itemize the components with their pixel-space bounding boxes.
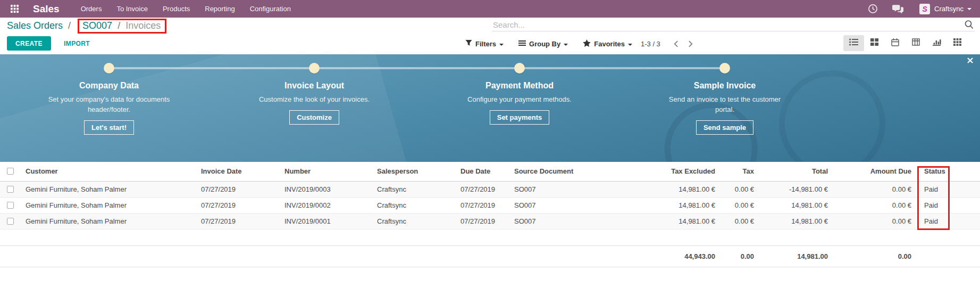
pivot-view-button[interactable]	[906, 35, 926, 51]
cell-customer[interactable]: Gemini Furniture, Soham Palmer	[21, 197, 197, 213]
cell-tax[interactable]: 0.00 €	[719, 197, 758, 213]
step-dot	[719, 63, 730, 73]
cell-tax-excluded[interactable]: 14,981.00 €	[650, 213, 719, 229]
cell-status[interactable]: Paid	[916, 213, 980, 229]
cell-total[interactable]: -14,981.00 €	[758, 181, 832, 197]
column-header-source-document[interactable]: Source Document	[510, 162, 650, 181]
navbar-menu-item-to-invoice[interactable]: To Invoice	[109, 0, 155, 18]
column-header-amount-due[interactable]: Amount Due	[832, 162, 916, 181]
cell-customer[interactable]: Gemini Furniture, Soham Palmer	[21, 181, 197, 197]
column-header-salesperson[interactable]: Salesperson	[373, 162, 456, 181]
filters-label: Filters	[475, 40, 496, 48]
pager-next-button[interactable]	[683, 39, 698, 48]
step-title: Invoice Layout	[212, 81, 417, 91]
cell-total[interactable]: 14,981.00 €	[758, 197, 832, 213]
favorites-dropdown[interactable]: Favorites	[583, 39, 632, 48]
control-panel-top: Sales Orders / SO007 / Invoices	[0, 18, 980, 35]
cell-invoice-date[interactable]: 07/27/2019	[197, 197, 280, 213]
row-checkbox[interactable]	[7, 218, 14, 225]
navbar-menu-item-reporting[interactable]: Reporting	[197, 0, 242, 18]
customize-button[interactable]: Customize	[289, 110, 339, 125]
column-header-invoice-date[interactable]: Invoice Date	[197, 162, 280, 181]
control-panel-bottom: CREATE IMPORT Filters Group By Favorites…	[0, 35, 980, 53]
cell-salesperson[interactable]: Craftsync	[373, 197, 456, 213]
cell-status[interactable]: Paid	[916, 181, 980, 197]
column-header-total[interactable]: Total	[758, 162, 832, 181]
navbar-menu-item-products[interactable]: Products	[155, 0, 197, 18]
onboarding-banner: Company DataSet your company's data for …	[0, 54, 980, 162]
magnifier-icon[interactable]	[964, 20, 974, 31]
graph-view-button[interactable]	[926, 35, 947, 51]
row-checkbox[interactable]	[7, 186, 14, 193]
user-menu[interactable]: Craftsync	[934, 5, 964, 13]
cell-tax[interactable]: 0.00 €	[719, 181, 758, 197]
cell-source-document[interactable]: SO007	[510, 197, 650, 213]
cell-due-date[interactable]: 07/27/2019	[456, 213, 510, 229]
funnel-icon	[465, 39, 472, 48]
breadcrumb-sales-orders[interactable]: Sales Orders	[7, 20, 63, 31]
pager-value[interactable]: 1-3 / 3	[641, 40, 660, 48]
column-header-status[interactable]: Status	[916, 162, 980, 181]
list-view-button[interactable]	[843, 35, 864, 51]
cell-status[interactable]: Paid	[916, 197, 980, 213]
cell-amount-due[interactable]: 0.00 €	[832, 181, 916, 197]
column-header-due-date[interactable]: Due Date	[456, 162, 510, 181]
cell-number[interactable]: INV/2019/0001	[280, 213, 373, 229]
column-header-number[interactable]: Number	[280, 162, 373, 181]
row-select-cell	[0, 197, 21, 213]
apps-grid-icon[interactable]	[11, 5, 19, 13]
app-name[interactable]: Sales	[33, 3, 60, 15]
cell-due-date[interactable]: 07/27/2019	[456, 181, 510, 197]
column-header-tax-excluded[interactable]: Tax Excluded	[650, 162, 719, 181]
cell-number[interactable]: INV/2019/0003	[280, 181, 373, 197]
row-checkbox[interactable]	[7, 202, 14, 209]
avatar[interactable]: S	[919, 4, 930, 14]
select-all-checkbox[interactable]	[7, 168, 14, 175]
kanban-view-button[interactable]	[864, 35, 885, 51]
create-button[interactable]: CREATE	[7, 36, 51, 51]
cell-tax[interactable]: 0.00 €	[719, 213, 758, 229]
cell-due-date[interactable]: 07/27/2019	[456, 197, 510, 213]
cell-source-document[interactable]: SO007	[510, 213, 650, 229]
calendar-view-button[interactable]	[885, 35, 906, 51]
close-icon[interactable]	[967, 58, 973, 63]
navbar-menu-item-orders[interactable]: Orders	[73, 0, 110, 18]
send-sample-button[interactable]: Send sample	[696, 120, 753, 135]
pager: 1-3 / 3	[641, 35, 698, 53]
let-s-start-button[interactable]: Let's start!	[84, 120, 134, 135]
total-amount-due: 0.00	[832, 245, 916, 267]
filters-dropdown[interactable]: Filters	[465, 39, 504, 48]
breadcrumb-so007[interactable]: SO007	[82, 20, 112, 31]
clock-icon[interactable]	[868, 4, 878, 14]
chevron-down-icon	[564, 44, 568, 48]
activity-view-button[interactable]	[947, 35, 968, 51]
total-tax: 0.00	[719, 245, 758, 267]
import-button[interactable]: IMPORT	[61, 36, 93, 51]
cell-tax-excluded[interactable]: 14,981.00 €	[650, 181, 719, 197]
cell-total[interactable]: 14,981.00 €	[758, 213, 832, 229]
set-payments-button[interactable]: Set payments	[490, 110, 550, 125]
navbar-right: S Craftsync	[853, 4, 971, 14]
invoice-row[interactable]: Gemini Furniture, Soham Palmer07/27/2019…	[0, 181, 980, 197]
column-header-tax[interactable]: Tax	[719, 162, 758, 181]
cell-invoice-date[interactable]: 07/27/2019	[197, 213, 280, 229]
cell-salesperson[interactable]: Craftsync	[373, 181, 456, 197]
invoice-row[interactable]: Gemini Furniture, Soham Palmer07/27/2019…	[0, 213, 980, 229]
cell-tax-excluded[interactable]: 14,981.00 €	[650, 197, 719, 213]
chat-icon[interactable]	[892, 4, 903, 14]
search-input[interactable]	[492, 18, 975, 31]
favorites-label: Favorites	[594, 40, 625, 48]
cell-invoice-date[interactable]: 07/27/2019	[197, 181, 280, 197]
pager-previous-button[interactable]	[669, 39, 683, 48]
cell-salesperson[interactable]: Craftsync	[373, 213, 456, 229]
group-by-dropdown[interactable]: Group By	[518, 39, 568, 48]
cell-amount-due[interactable]: 0.00 €	[832, 197, 916, 213]
cell-source-document[interactable]: SO007	[510, 181, 650, 197]
cell-customer[interactable]: Gemini Furniture, Soham Palmer	[21, 213, 197, 229]
totals-empty-cell	[916, 245, 980, 267]
cell-number[interactable]: INV/2019/0002	[280, 197, 373, 213]
column-header-customer[interactable]: Customer	[21, 162, 197, 181]
navbar-menu-item-configuration[interactable]: Configuration	[242, 0, 298, 18]
invoice-row[interactable]: Gemini Furniture, Soham Palmer07/27/2019…	[0, 197, 980, 213]
cell-amount-due[interactable]: 0.00 €	[832, 213, 916, 229]
